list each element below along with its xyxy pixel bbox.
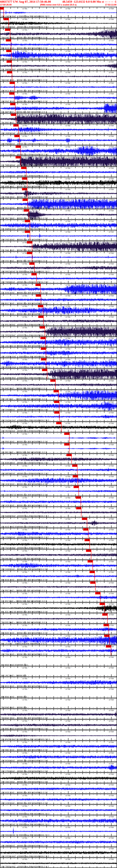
- phase-pick-badge[interactable]: ×T 4: [7, 71, 12, 73]
- phase-pick-badge[interactable]: ×T 4: [35, 284, 41, 286]
- phase-pick-badge[interactable]: ×T 4: [64, 433, 69, 435]
- minute-tick-label: 17:52: [65, 124, 70, 127]
- minute-tick-label: 17:51: [22, 826, 27, 828]
- minute-tick-label: 17:52: [65, 71, 70, 73]
- phase-pick-badge[interactable]: ×T 4: [85, 539, 90, 541]
- minute-tick-label: 17:51: [22, 305, 27, 307]
- phase-pick-badge[interactable]: ×T 4: [90, 571, 95, 573]
- phase-pick-badge[interactable]: ×T 4: [16, 156, 21, 158]
- station-channel-label: UW NCO EHZ -- 99999.0km BW HIGHPASS 2 0 …: [1, 207, 48, 209]
- phase-pick-badge[interactable]: ×T 4: [76, 507, 81, 509]
- station-channel-label: RB B201 EHZ -- 99999.0km BW HIGHPASS 2 0…: [1, 632, 48, 634]
- minute-tick-label: 17:52: [65, 645, 70, 648]
- station-channel-label: UW VIP EHZ -- 99999.0km BW HIGHPASS 2 0 …: [1, 398, 47, 400]
- minute-tick-label: 17:51: [22, 752, 27, 754]
- phase-pick-badge[interactable]: ×T 4: [82, 518, 87, 520]
- phase-pick-badge[interactable]: ×T 4: [90, 582, 95, 584]
- phase-pick-badge[interactable]: ×T 4: [6, 60, 12, 63]
- station-channel-label: BK JCC HHZ 00 99999.0km BW HIGHPASS 2 0 …: [1, 611, 48, 613]
- minute-tick-label: 17:51: [22, 454, 27, 456]
- phase-pick-badge[interactable]: ×T 4: [27, 241, 32, 244]
- minute-tick-label: 17:52: [65, 348, 70, 350]
- phase-pick-badge[interactable]: ×T 4: [14, 135, 20, 137]
- phase-pick-badge[interactable]: ×T 4: [41, 358, 46, 361]
- minute-tick-label: 17:53: [109, 411, 114, 414]
- phase-pick-badge[interactable]: ×T 4: [104, 624, 109, 626]
- minute-tick-label: 17:53: [109, 518, 114, 520]
- phase-pick-badge[interactable]: ×T 4: [10, 103, 16, 105]
- minute-tick-label: 17:52: [65, 135, 70, 137]
- station-channel-label: TA J04D BHZ -- 99999.0km BW HIGHPASS 2 0…: [1, 388, 47, 390]
- minute-tick-label: 17:52: [65, 231, 70, 233]
- station-channel-label: UW STOR HHZ -- 99999.0km BW HIGHPASS 2 0…: [1, 855, 49, 857]
- phase-pick-badge[interactable]: ×T 4: [5, 29, 10, 31]
- phase-pick-badge[interactable]: ×T 4: [41, 347, 46, 350]
- minute-tick-label: 17:53: [109, 699, 114, 701]
- phase-pick-badge[interactable]: ×T 4: [6, 39, 11, 41]
- phase-pick-badge[interactable]: ×T 4: [54, 411, 60, 414]
- trace-panel: 17:5117:5217:53BK JCC HHZ 00 99999.0km B…: [0, 602, 117, 613]
- phase-pick-badge[interactable]: ×T 4: [54, 390, 59, 392]
- station-channel-label: NC LAC BHZ -- 99999.0km: [1, 675, 26, 677]
- station-channel-label: CC SEP EHZ -- 99999.0km BW HIGHPASS 2 0 …: [1, 111, 47, 113]
- phase-pick-badge[interactable]: ×T 4: [73, 475, 78, 477]
- phase-pick-badge[interactable]: ×T 4: [50, 379, 56, 382]
- phase-pick-badge[interactable]: ×T 4: [16, 146, 21, 148]
- phase-pick-badge[interactable]: ×T 4: [29, 262, 35, 265]
- minute-tick-label: 17:52: [65, 571, 70, 573]
- phase-pick-badge[interactable]: ×T 4: [23, 199, 28, 201]
- phase-pick-badge[interactable]: ×T 4: [88, 560, 93, 562]
- phase-pick-badge[interactable]: ×T 4: [40, 326, 45, 329]
- phase-pick-badge[interactable]: ×T 4: [40, 337, 46, 339]
- phase-pick-badge[interactable]: ×T 4: [104, 634, 110, 637]
- phase-pick-badge[interactable]: ×T 4: [72, 464, 78, 467]
- phase-pick-badge[interactable]: ×T 4: [25, 220, 30, 222]
- trace-panel: 17:5117:5217:53US BMO BHZ 00 99999.0km B…: [0, 719, 117, 730]
- phase-pick-badge[interactable]: ×T 4: [102, 613, 108, 616]
- phase-pick-badge[interactable]: ×T 4: [22, 177, 27, 180]
- minute-tick-label: 17:51: [22, 603, 27, 605]
- phase-pick-badge[interactable]: ×T 4: [31, 273, 37, 275]
- minute-tick-label: 17:52: [65, 826, 70, 828]
- phase-pick-badge[interactable]: ×T 4: [4, 18, 9, 20]
- phase-pick-badge[interactable]: ×T 4: [99, 603, 105, 605]
- minute-tick-label: 17:52: [65, 114, 70, 116]
- phase-pick-badge[interactable]: ×T 4: [13, 124, 19, 127]
- phase-pick-badge[interactable]: ×T 4: [24, 209, 29, 212]
- station-channel-label: UW BOW EHZ -- 99999.0km BW HIGHPASS 2 0 …: [1, 760, 48, 762]
- phase-pick-badge[interactable]: ×T 4: [38, 316, 43, 318]
- phase-pick-badge[interactable]: ×T 4: [11, 114, 16, 116]
- phase-pick-badge[interactable]: ×T 4: [9, 92, 14, 95]
- phase-pick-badge[interactable]: ×T 4: [21, 167, 26, 169]
- phase-pick-badge[interactable]: ×T 4: [106, 645, 111, 648]
- phase-pick-badge[interactable]: ×T 4: [9, 82, 15, 84]
- minute-tick-label: 17:52: [65, 18, 70, 20]
- phase-pick-badge[interactable]: ×T 4: [36, 294, 41, 297]
- phase-pick-badge[interactable]: ×T 4: [54, 401, 59, 403]
- minute-tick-label: 17:53: [109, 294, 114, 297]
- minute-tick-label: 17:52: [65, 316, 70, 318]
- trace-panel: 17:5117:5217:53CC SVIG EHZ -- 99999.0km …: [0, 283, 117, 294]
- phase-pick-badge[interactable]: ×T 4: [42, 369, 47, 371]
- phase-pick-badge[interactable]: ×T 4: [6, 50, 11, 52]
- phase-pick-badge[interactable]: T 4: [0, 7, 4, 9]
- phase-pick-badge[interactable]: ×T 4: [66, 454, 72, 456]
- phase-pick-badge[interactable]: ×T 4: [76, 496, 81, 499]
- phase-pick-badge[interactable]: ×T 4: [83, 528, 88, 531]
- minute-tick-label: 17:53: [109, 358, 114, 361]
- minute-tick-label: 17:53: [109, 284, 114, 286]
- minute-tick-label: 17:51: [22, 443, 27, 445]
- phase-pick-badge[interactable]: ×T 4: [64, 443, 69, 445]
- minute-tick-label: 17:52: [65, 614, 70, 616]
- minute-tick-label: 17:53: [109, 560, 114, 562]
- phase-pick-badge[interactable]: ×T 4: [86, 550, 91, 552]
- phase-pick-badge[interactable]: ×T 4: [95, 592, 100, 594]
- phase-pick-badge[interactable]: ×T 4: [25, 230, 30, 233]
- minute-tick-label: 17:53: [109, 497, 114, 499]
- phase-pick-badge[interactable]: ×T 4: [27, 252, 32, 254]
- phase-pick-badge[interactable]: ×T 4: [22, 188, 27, 190]
- phase-pick-badge[interactable]: ×T 4: [38, 305, 43, 307]
- phase-pick-badge[interactable]: ×T 4: [56, 422, 61, 424]
- minute-tick-label: 17:51: [22, 815, 27, 818]
- phase-pick-badge[interactable]: ×T 4: [74, 486, 79, 488]
